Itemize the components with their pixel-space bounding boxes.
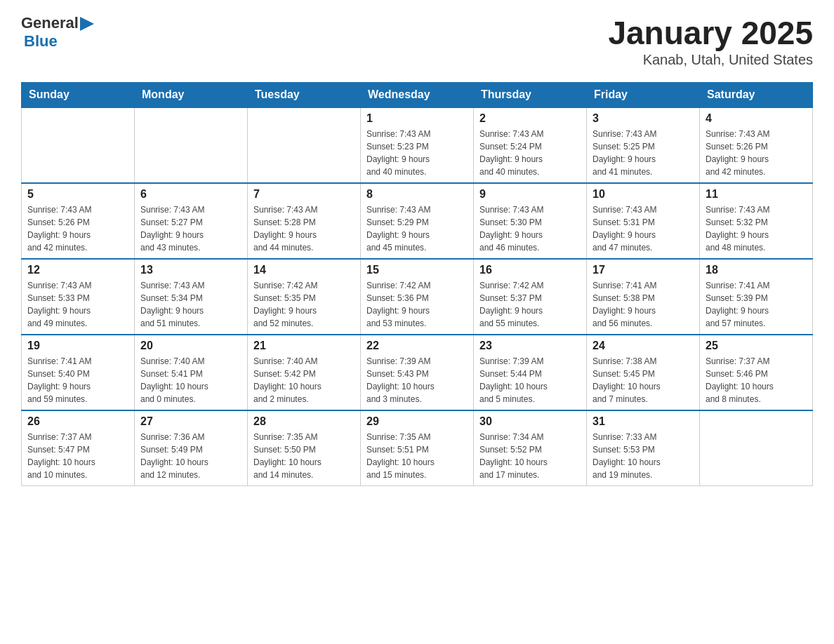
- calendar-day-header: Thursday: [474, 83, 587, 108]
- calendar-cell: 13Sunrise: 7:43 AM Sunset: 5:34 PM Dayli…: [135, 259, 248, 335]
- day-number: 12: [27, 264, 128, 276]
- day-info: Sunrise: 7:42 AM Sunset: 5:35 PM Dayligh…: [253, 279, 355, 330]
- calendar-cell: 4Sunrise: 7:43 AM Sunset: 5:26 PM Daylig…: [700, 107, 813, 183]
- day-number: 14: [253, 264, 355, 276]
- day-number: 25: [706, 340, 807, 352]
- page-header: General Blue January 2025 Kanab, Utah, U…: [21, 14, 813, 68]
- calendar-cell: 7Sunrise: 7:43 AM Sunset: 5:28 PM Daylig…: [248, 183, 361, 259]
- day-number: 7: [253, 188, 355, 201]
- day-info: Sunrise: 7:33 AM Sunset: 5:53 PM Dayligh…: [593, 431, 694, 481]
- day-number: 17: [593, 264, 694, 276]
- day-info: Sunrise: 7:38 AM Sunset: 5:45 PM Dayligh…: [593, 355, 694, 405]
- calendar-cell: 3Sunrise: 7:43 AM Sunset: 5:25 PM Daylig…: [587, 107, 700, 183]
- calendar-cell: 19Sunrise: 7:41 AM Sunset: 5:40 PM Dayli…: [22, 335, 135, 410]
- day-info: Sunrise: 7:36 AM Sunset: 5:49 PM Dayligh…: [140, 431, 241, 481]
- day-info: Sunrise: 7:41 AM Sunset: 5:38 PM Dayligh…: [593, 279, 694, 330]
- day-info: Sunrise: 7:39 AM Sunset: 5:44 PM Dayligh…: [479, 355, 581, 405]
- logo-text-general: General: [21, 14, 79, 32]
- day-info: Sunrise: 7:43 AM Sunset: 5:24 PM Dayligh…: [479, 128, 581, 178]
- day-info: Sunrise: 7:43 AM Sunset: 5:26 PM Dayligh…: [706, 128, 807, 178]
- day-info: Sunrise: 7:42 AM Sunset: 5:36 PM Dayligh…: [366, 279, 468, 330]
- calendar-table: SundayMondayTuesdayWednesdayThursdayFrid…: [21, 82, 813, 486]
- day-info: Sunrise: 7:43 AM Sunset: 5:33 PM Dayligh…: [27, 279, 128, 330]
- calendar-cell: 5Sunrise: 7:43 AM Sunset: 5:26 PM Daylig…: [22, 183, 135, 259]
- calendar-cell: 15Sunrise: 7:42 AM Sunset: 5:36 PM Dayli…: [361, 259, 474, 335]
- calendar-week-row: 1Sunrise: 7:43 AM Sunset: 5:23 PM Daylig…: [22, 107, 813, 183]
- day-info: Sunrise: 7:35 AM Sunset: 5:50 PM Dayligh…: [253, 431, 355, 481]
- logo-text-blue: Blue: [24, 32, 58, 51]
- calendar-cell: [22, 107, 135, 183]
- calendar-day-header: Friday: [587, 83, 700, 108]
- day-info: Sunrise: 7:43 AM Sunset: 5:34 PM Dayligh…: [140, 279, 241, 330]
- svg-marker-0: [80, 17, 94, 31]
- day-info: Sunrise: 7:43 AM Sunset: 5:32 PM Dayligh…: [706, 203, 807, 254]
- calendar-header-row: SundayMondayTuesdayWednesdayThursdayFrid…: [22, 83, 813, 108]
- day-info: Sunrise: 7:40 AM Sunset: 5:41 PM Dayligh…: [140, 355, 241, 405]
- day-number: 21: [253, 340, 355, 352]
- day-number: 31: [593, 415, 694, 428]
- calendar-cell: 28Sunrise: 7:35 AM Sunset: 5:50 PM Dayli…: [248, 410, 361, 486]
- day-number: 5: [27, 188, 128, 201]
- day-number: 22: [366, 340, 468, 352]
- day-info: Sunrise: 7:43 AM Sunset: 5:30 PM Dayligh…: [479, 203, 581, 254]
- day-info: Sunrise: 7:43 AM Sunset: 5:28 PM Dayligh…: [253, 203, 355, 254]
- day-number: 24: [593, 340, 694, 352]
- day-number: 18: [706, 264, 807, 276]
- calendar-day-header: Saturday: [700, 83, 813, 108]
- calendar-cell: 11Sunrise: 7:43 AM Sunset: 5:32 PM Dayli…: [700, 183, 813, 259]
- calendar-cell: 21Sunrise: 7:40 AM Sunset: 5:42 PM Dayli…: [248, 335, 361, 410]
- day-number: 13: [140, 264, 241, 276]
- day-info: Sunrise: 7:37 AM Sunset: 5:47 PM Dayligh…: [27, 431, 128, 481]
- day-info: Sunrise: 7:43 AM Sunset: 5:26 PM Dayligh…: [27, 203, 128, 254]
- calendar-cell: 9Sunrise: 7:43 AM Sunset: 5:30 PM Daylig…: [474, 183, 587, 259]
- calendar-day-header: Tuesday: [248, 83, 361, 108]
- day-number: 1: [366, 112, 468, 125]
- calendar-cell: 2Sunrise: 7:43 AM Sunset: 5:24 PM Daylig…: [474, 107, 587, 183]
- day-info: Sunrise: 7:34 AM Sunset: 5:52 PM Dayligh…: [479, 431, 581, 481]
- calendar-week-row: 12Sunrise: 7:43 AM Sunset: 5:33 PM Dayli…: [22, 259, 813, 335]
- calendar-cell: 6Sunrise: 7:43 AM Sunset: 5:27 PM Daylig…: [135, 183, 248, 259]
- day-info: Sunrise: 7:35 AM Sunset: 5:51 PM Dayligh…: [366, 431, 468, 481]
- calendar-cell: 23Sunrise: 7:39 AM Sunset: 5:44 PM Dayli…: [474, 335, 587, 410]
- day-number: 23: [479, 340, 581, 352]
- calendar-day-header: Wednesday: [361, 83, 474, 108]
- day-info: Sunrise: 7:43 AM Sunset: 5:23 PM Dayligh…: [366, 128, 468, 178]
- calendar-cell: 29Sunrise: 7:35 AM Sunset: 5:51 PM Dayli…: [361, 410, 474, 486]
- calendar-week-row: 26Sunrise: 7:37 AM Sunset: 5:47 PM Dayli…: [22, 410, 813, 486]
- day-number: 11: [706, 188, 807, 201]
- title-block: January 2025 Kanab, Utah, United States: [608, 14, 813, 68]
- day-number: 20: [140, 340, 241, 352]
- calendar-cell: [135, 107, 248, 183]
- calendar-day-header: Sunday: [22, 83, 135, 108]
- day-number: 4: [706, 112, 807, 125]
- calendar-cell: 14Sunrise: 7:42 AM Sunset: 5:35 PM Dayli…: [248, 259, 361, 335]
- page-title: January 2025: [608, 14, 813, 52]
- calendar-cell: 16Sunrise: 7:42 AM Sunset: 5:37 PM Dayli…: [474, 259, 587, 335]
- calendar-cell: 20Sunrise: 7:40 AM Sunset: 5:41 PM Dayli…: [135, 335, 248, 410]
- day-number: 15: [366, 264, 468, 276]
- calendar-cell: 17Sunrise: 7:41 AM Sunset: 5:38 PM Dayli…: [587, 259, 700, 335]
- calendar-cell: 12Sunrise: 7:43 AM Sunset: 5:33 PM Dayli…: [22, 259, 135, 335]
- day-info: Sunrise: 7:42 AM Sunset: 5:37 PM Dayligh…: [479, 279, 581, 330]
- day-number: 9: [479, 188, 581, 201]
- logo: General Blue: [21, 14, 94, 51]
- day-number: 3: [593, 112, 694, 125]
- calendar-week-row: 5Sunrise: 7:43 AM Sunset: 5:26 PM Daylig…: [22, 183, 813, 259]
- calendar-cell: 1Sunrise: 7:43 AM Sunset: 5:23 PM Daylig…: [361, 107, 474, 183]
- day-info: Sunrise: 7:43 AM Sunset: 5:29 PM Dayligh…: [366, 203, 468, 254]
- day-info: Sunrise: 7:40 AM Sunset: 5:42 PM Dayligh…: [253, 355, 355, 405]
- day-number: 27: [140, 415, 241, 428]
- day-number: 30: [479, 415, 581, 428]
- day-number: 28: [253, 415, 355, 428]
- day-number: 26: [27, 415, 128, 428]
- day-number: 29: [366, 415, 468, 428]
- calendar-cell: 25Sunrise: 7:37 AM Sunset: 5:46 PM Dayli…: [700, 335, 813, 410]
- day-info: Sunrise: 7:43 AM Sunset: 5:25 PM Dayligh…: [593, 128, 694, 178]
- calendar-cell: [700, 410, 813, 486]
- calendar-cell: 27Sunrise: 7:36 AM Sunset: 5:49 PM Dayli…: [135, 410, 248, 486]
- calendar-cell: 22Sunrise: 7:39 AM Sunset: 5:43 PM Dayli…: [361, 335, 474, 410]
- day-info: Sunrise: 7:43 AM Sunset: 5:31 PM Dayligh…: [593, 203, 694, 254]
- page-subtitle: Kanab, Utah, United States: [608, 52, 813, 68]
- calendar-cell: 10Sunrise: 7:43 AM Sunset: 5:31 PM Dayli…: [587, 183, 700, 259]
- calendar-cell: 24Sunrise: 7:38 AM Sunset: 5:45 PM Dayli…: [587, 335, 700, 410]
